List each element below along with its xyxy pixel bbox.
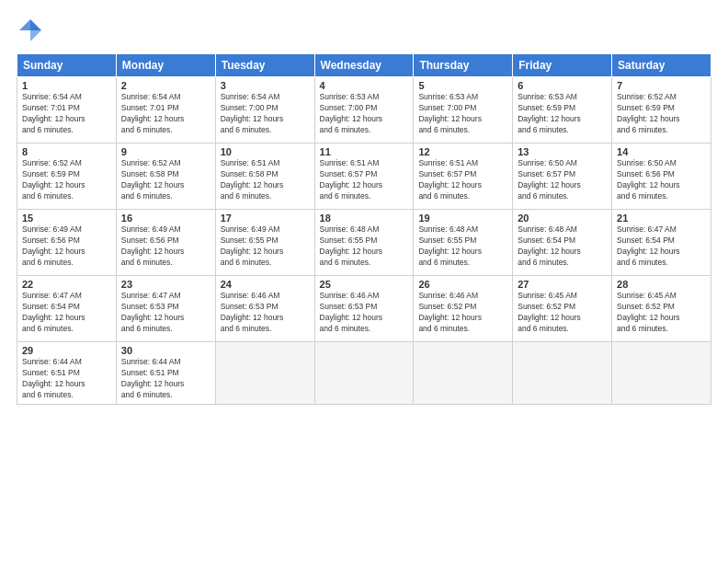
day-number: 5 [418,80,507,91]
day-info: Sunrise: 6:47 AM Sunset: 6:54 PM Dayligh… [22,291,111,335]
svg-marker-2 [19,19,30,30]
calendar-cell [215,342,314,405]
calendar-cell [513,342,612,405]
day-info: Sunrise: 6:54 AM Sunset: 7:01 PM Dayligh… [22,92,111,136]
day-info: Sunrise: 6:47 AM Sunset: 6:54 PM Dayligh… [617,224,706,269]
day-info: Sunrise: 6:54 AM Sunset: 7:00 PM Dayligh… [221,92,310,136]
calendar-cell: 20Sunrise: 6:48 AM Sunset: 6:54 PM Dayli… [513,210,612,276]
calendar-cell: 21Sunrise: 6:47 AM Sunset: 6:54 PM Dayli… [612,210,711,276]
day-info: Sunrise: 6:49 AM Sunset: 6:55 PM Dayligh… [221,224,310,269]
day-info: Sunrise: 6:45 AM Sunset: 6:52 PM Dayligh… [518,291,607,335]
day-info: Sunrise: 6:53 AM Sunset: 7:00 PM Dayligh… [418,92,507,136]
calendar-cell: 9Sunrise: 6:52 AM Sunset: 6:58 PM Daylig… [116,144,215,210]
calendar-cell: 24Sunrise: 6:46 AM Sunset: 6:53 PM Dayli… [215,276,314,342]
col-header-wednesday: Wednesday [314,54,414,77]
calendar-cell: 4Sunrise: 6:53 AM Sunset: 7:00 PM Daylig… [314,77,414,144]
calendar-cell: 27Sunrise: 6:45 AM Sunset: 6:52 PM Dayli… [513,276,612,342]
calendar-week-3: 15Sunrise: 6:49 AM Sunset: 6:56 PM Dayli… [17,210,711,276]
day-number: 26 [418,279,507,290]
day-number: 9 [121,146,210,157]
day-info: Sunrise: 6:48 AM Sunset: 6:54 PM Dayligh… [518,224,607,269]
calendar-cell: 14Sunrise: 6:50 AM Sunset: 6:56 PM Dayli… [612,144,711,210]
calendar-cell: 26Sunrise: 6:46 AM Sunset: 6:52 PM Dayli… [414,276,513,342]
day-info: Sunrise: 6:46 AM Sunset: 6:53 PM Dayligh… [221,291,310,335]
day-info: Sunrise: 6:51 AM Sunset: 6:57 PM Dayligh… [320,158,409,202]
day-number: 16 [121,213,210,224]
calendar-cell: 28Sunrise: 6:45 AM Sunset: 6:52 PM Dayli… [612,276,711,342]
day-number: 7 [617,80,706,91]
calendar-cell: 5Sunrise: 6:53 AM Sunset: 7:00 PM Daylig… [414,77,513,144]
day-number: 3 [221,80,310,91]
day-number: 20 [518,213,607,224]
day-info: Sunrise: 6:50 AM Sunset: 6:57 PM Dayligh… [518,158,607,202]
logo [17,17,48,44]
calendar-cell [612,342,711,405]
svg-marker-1 [30,30,41,41]
day-info: Sunrise: 6:52 AM Sunset: 6:59 PM Dayligh… [617,92,706,136]
day-number: 2 [121,80,210,91]
calendar-cell: 23Sunrise: 6:47 AM Sunset: 6:53 PM Dayli… [116,276,215,342]
col-header-friday: Friday [513,54,612,77]
day-info: Sunrise: 6:44 AM Sunset: 6:51 PM Dayligh… [121,357,210,401]
day-number: 25 [320,279,409,290]
day-info: Sunrise: 6:51 AM Sunset: 6:58 PM Dayligh… [221,158,310,202]
day-info: Sunrise: 6:49 AM Sunset: 6:56 PM Dayligh… [22,224,111,269]
calendar-cell: 15Sunrise: 6:49 AM Sunset: 6:56 PM Dayli… [17,210,117,276]
day-number: 14 [617,146,706,157]
day-number: 13 [518,146,607,157]
day-number: 17 [221,213,310,224]
day-info: Sunrise: 6:48 AM Sunset: 6:55 PM Dayligh… [320,224,409,269]
calendar-cell: 3Sunrise: 6:54 AM Sunset: 7:00 PM Daylig… [215,77,314,144]
calendar-cell: 25Sunrise: 6:46 AM Sunset: 6:53 PM Dayli… [314,276,414,342]
calendar-cell: 19Sunrise: 6:48 AM Sunset: 6:55 PM Dayli… [414,210,513,276]
col-header-sunday: Sunday [17,54,117,77]
col-header-saturday: Saturday [612,54,711,77]
day-info: Sunrise: 6:53 AM Sunset: 7:00 PM Dayligh… [320,92,409,136]
day-info: Sunrise: 6:45 AM Sunset: 6:52 PM Dayligh… [617,291,706,335]
day-number: 1 [22,80,111,91]
col-header-thursday: Thursday [414,54,513,77]
day-number: 22 [22,279,111,290]
calendar-cell: 8Sunrise: 6:52 AM Sunset: 6:59 PM Daylig… [17,144,117,210]
day-number: 23 [121,279,210,290]
calendar-cell: 30Sunrise: 6:44 AM Sunset: 6:51 PM Dayli… [116,342,215,405]
day-number: 27 [518,279,607,290]
calendar-week-2: 8Sunrise: 6:52 AM Sunset: 6:59 PM Daylig… [17,144,711,210]
calendar-cell: 12Sunrise: 6:51 AM Sunset: 6:57 PM Dayli… [414,144,513,210]
day-number: 10 [221,146,310,157]
day-info: Sunrise: 6:51 AM Sunset: 6:57 PM Dayligh… [418,158,507,202]
day-number: 11 [320,146,409,157]
calendar-cell: 13Sunrise: 6:50 AM Sunset: 6:57 PM Dayli… [513,144,612,210]
day-number: 12 [418,146,507,157]
calendar-cell: 10Sunrise: 6:51 AM Sunset: 6:58 PM Dayli… [215,144,314,210]
calendar-cell: 22Sunrise: 6:47 AM Sunset: 6:54 PM Dayli… [17,276,117,342]
calendar-cell [414,342,513,405]
calendar-cell: 29Sunrise: 6:44 AM Sunset: 6:51 PM Dayli… [17,342,117,405]
day-number: 19 [418,213,507,224]
day-number: 8 [22,146,111,157]
day-info: Sunrise: 6:49 AM Sunset: 6:56 PM Dayligh… [121,224,210,269]
logo-icon [17,17,44,44]
calendar-cell: 2Sunrise: 6:54 AM Sunset: 7:01 PM Daylig… [116,77,215,144]
day-info: Sunrise: 6:47 AM Sunset: 6:53 PM Dayligh… [121,291,210,335]
day-info: Sunrise: 6:50 AM Sunset: 6:56 PM Dayligh… [617,158,706,202]
calendar-cell: 11Sunrise: 6:51 AM Sunset: 6:57 PM Dayli… [314,144,414,210]
col-header-tuesday: Tuesday [215,54,314,77]
day-number: 6 [518,80,607,91]
calendar-header-row: SundayMondayTuesdayWednesdayThursdayFrid… [17,54,711,77]
day-info: Sunrise: 6:48 AM Sunset: 6:55 PM Dayligh… [418,224,507,269]
day-number: 28 [617,279,706,290]
day-info: Sunrise: 6:54 AM Sunset: 7:01 PM Dayligh… [121,92,210,136]
calendar-week-1: 1Sunrise: 6:54 AM Sunset: 7:01 PM Daylig… [17,77,711,144]
day-number: 30 [121,345,210,356]
day-info: Sunrise: 6:52 AM Sunset: 6:59 PM Dayligh… [22,158,111,202]
calendar-cell: 18Sunrise: 6:48 AM Sunset: 6:55 PM Dayli… [314,210,414,276]
svg-marker-0 [30,19,41,30]
day-info: Sunrise: 6:46 AM Sunset: 6:53 PM Dayligh… [320,291,409,335]
day-number: 24 [221,279,310,290]
calendar-cell: 6Sunrise: 6:53 AM Sunset: 6:59 PM Daylig… [513,77,612,144]
day-info: Sunrise: 6:53 AM Sunset: 6:59 PM Dayligh… [518,92,607,136]
calendar-cell [314,342,414,405]
day-info: Sunrise: 6:46 AM Sunset: 6:52 PM Dayligh… [418,291,507,335]
calendar-cell: 7Sunrise: 6:52 AM Sunset: 6:59 PM Daylig… [612,77,711,144]
